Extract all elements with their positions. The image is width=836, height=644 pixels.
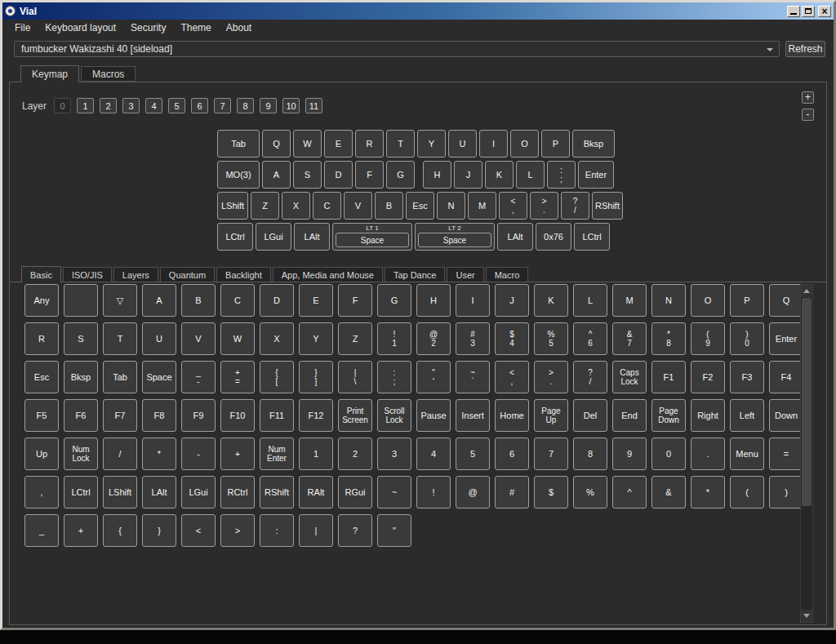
keymap-key-t[interactable]: T	[386, 130, 415, 158]
keycode-key-tab[interactable]: Tab	[103, 361, 137, 393]
keycode-key-blank[interactable]: !	[416, 476, 451, 509]
keymap-key-esc[interactable]: Esc	[406, 192, 434, 220]
keymap-key-mo-3[interactable]: MO(3)	[217, 161, 260, 189]
keycode-key-blank[interactable]: ~ `	[456, 361, 490, 393]
keycode-key-num-enter[interactable]: Num Enter	[260, 437, 294, 470]
keycode-key-5[interactable]: 5	[456, 437, 490, 470]
keycode-tab-iso-jis[interactable]: ISO/JIS	[63, 267, 112, 282]
keymap-key-a[interactable]: A	[262, 161, 291, 189]
keycode-key-blank[interactable]: :	[260, 514, 294, 547]
keymap-key-lt-2[interactable]: LT 2Space	[415, 223, 495, 251]
keycode-key-insert[interactable]: Insert	[456, 399, 490, 432]
keymap-key-blank[interactable]: > .	[530, 192, 558, 220]
layer-button-2[interactable]: 2	[100, 98, 117, 113]
keycode-tab-quantum[interactable]: Quantum	[160, 267, 215, 282]
keymap-key-p[interactable]: P	[541, 130, 570, 158]
keycode-key-q[interactable]: Q	[769, 284, 803, 317]
keycode-key-blank[interactable]: : ;	[377, 361, 411, 393]
keycode-key-blank[interactable]: ~	[377, 476, 411, 509]
keycode-tab-user[interactable]: User	[447, 267, 483, 282]
keycode-key-blank[interactable]: $	[534, 476, 568, 509]
keycode-tab-macro[interactable]: Macro	[486, 267, 529, 282]
keycode-key-blank[interactable]: " '	[416, 361, 451, 393]
menu-item-about[interactable]: About	[219, 20, 259, 35]
keymap-key-s[interactable]: S	[293, 161, 322, 189]
keycode-key-m[interactable]: M	[612, 284, 647, 317]
keycode-key-f12[interactable]: F12	[299, 399, 333, 432]
scrollbar[interactable]	[800, 284, 813, 623]
keymap-key-lctrl[interactable]: LCtrl	[574, 223, 610, 251]
keycode-key-4[interactable]: $ 4	[495, 322, 529, 355]
keycode-key-8[interactable]: 8	[573, 437, 607, 470]
keycode-key-blank[interactable]: { [	[260, 361, 294, 393]
layer-button-10[interactable]: 10	[282, 98, 300, 113]
keymap-key-blank[interactable]: ? /	[561, 192, 589, 220]
keymap-key-enter[interactable]: Enter	[578, 161, 614, 189]
layer-button-3[interactable]: 3	[122, 98, 140, 113]
keycode-key-f9[interactable]: F9	[181, 399, 216, 432]
zoom-in-button[interactable]: +	[802, 91, 814, 104]
keycode-key-blank[interactable]: + =	[220, 361, 255, 393]
scroll-up-button[interactable]	[801, 285, 812, 297]
layer-button-7[interactable]: 7	[214, 98, 231, 113]
menu-item-file[interactable]: File	[7, 20, 38, 35]
keycode-tab-basic[interactable]: Basic	[21, 266, 61, 282]
keycode-key-blank[interactable]: |	[299, 514, 333, 547]
keycode-key-c[interactable]: C	[220, 284, 255, 317]
keycode-key-del[interactable]: Del	[573, 399, 607, 432]
keycode-key-blank[interactable]: ^	[612, 476, 647, 509]
keycode-key-any[interactable]: Any	[24, 284, 59, 317]
keycode-tab-app-media-and-mouse[interactable]: App, Media and Mouse	[273, 267, 383, 282]
keymap-key-lgui[interactable]: LGui	[256, 223, 291, 251]
keycode-key-3[interactable]: 3	[377, 437, 411, 470]
scrollbar-thumb[interactable]	[802, 298, 812, 506]
layer-button-0[interactable]: 0	[54, 98, 71, 113]
keycode-key-space[interactable]: Space	[142, 361, 176, 393]
keycode-key-blank[interactable]: ? /	[573, 361, 607, 393]
keymap-key-d[interactable]: D	[324, 161, 353, 189]
keycode-key-r[interactable]: R	[24, 322, 59, 355]
keymap-key-lalt[interactable]: LAlt	[497, 223, 533, 251]
keycode-key-down[interactable]: Down	[769, 399, 803, 432]
keymap-key-u[interactable]: U	[448, 130, 477, 158]
keycode-key-left[interactable]: Left	[730, 399, 764, 432]
keycode-key-rctrl[interactable]: RCtrl	[220, 476, 255, 509]
keymap-key-x[interactable]: X	[282, 192, 310, 220]
device-select[interactable]: fumbucker Wakizashi 40 [sideload]	[14, 41, 780, 57]
keycode-key-blank[interactable]: }	[142, 514, 176, 547]
keymap-key-0x76[interactable]: 0x76	[536, 223, 571, 251]
keycode-key-w[interactable]: W	[220, 322, 255, 355]
keycode-key-1[interactable]: 1	[299, 437, 333, 470]
keycode-key-9[interactable]: 9	[612, 437, 647, 470]
keycode-key-lgui[interactable]: LGui	[181, 476, 216, 509]
keycode-key-s[interactable]: S	[64, 322, 98, 355]
keycode-key-5[interactable]: % 5	[534, 322, 568, 355]
keycode-key-blank[interactable]: +	[220, 437, 255, 470]
keycode-key-l[interactable]: L	[573, 284, 607, 317]
keycode-key-f10[interactable]: F10	[220, 399, 255, 432]
keycode-key-f2[interactable]: F2	[691, 361, 725, 393]
keymap-key-w[interactable]: W	[293, 130, 322, 158]
keycode-key-blank[interactable]: "	[377, 514, 411, 547]
keymap-key-bksp[interactable]: Bksp	[572, 130, 615, 158]
layer-button-9[interactable]: 9	[260, 98, 277, 113]
keycode-key-v[interactable]: V	[181, 322, 216, 355]
keycode-key-f8[interactable]: F8	[142, 399, 176, 432]
keycode-key-print-screen[interactable]: Print Screen	[338, 399, 372, 432]
keymap-key-lshift[interactable]: LShift	[217, 192, 248, 220]
keycode-tab-layers[interactable]: Layers	[113, 267, 158, 282]
keycode-key-blank[interactable]: =	[769, 437, 803, 470]
keycode-key-blank[interactable]: &	[651, 476, 686, 509]
keymap-key-blank[interactable]: < ,	[499, 192, 527, 220]
layer-button-8[interactable]: 8	[237, 98, 254, 113]
layer-button-6[interactable]: 6	[191, 98, 208, 113]
keycode-key-blank[interactable]: ,	[24, 476, 59, 509]
keycode-key-p[interactable]: P	[730, 284, 764, 317]
keycode-key-3[interactable]: # 3	[456, 322, 490, 355]
keycode-key-2[interactable]: @ 2	[416, 322, 451, 355]
keycode-key-blank[interactable]: -	[181, 437, 216, 470]
close-button[interactable]: ×	[818, 6, 831, 17]
keycode-key-menu[interactable]: Menu	[730, 437, 764, 470]
keycode-key-caps-lock[interactable]: Caps Lock	[612, 361, 647, 393]
keycode-key-n[interactable]: N	[651, 284, 686, 317]
